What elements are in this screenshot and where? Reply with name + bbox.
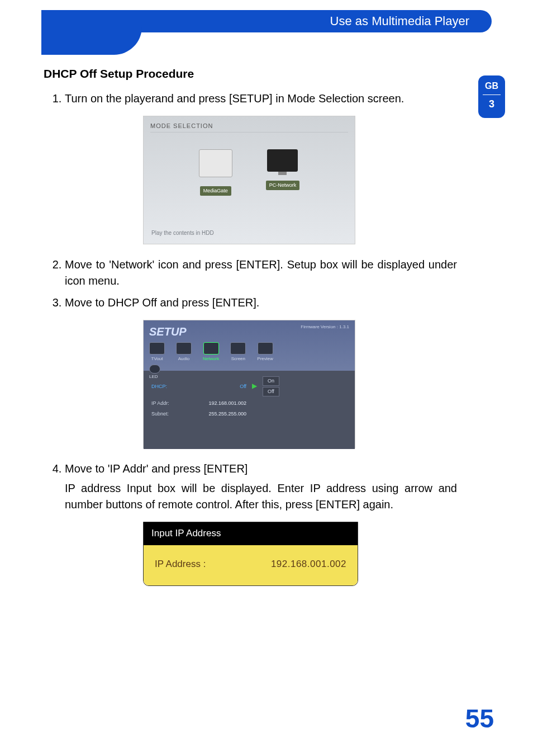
step-1: Turn on the playerand and press [SETUP] …: [65, 91, 457, 244]
figure-mode-selection: MODE SELECTION MediaGate PC-Network Play…: [143, 116, 355, 244]
led-icon: [149, 365, 160, 374]
subnet-value: 255.255.255.000: [185, 410, 246, 418]
ip-label: IP Addr:: [151, 400, 179, 407]
page-header: Use as Multimedia Player: [41, 10, 492, 44]
ip-input-body: IP Address : 192.168.001.002: [144, 545, 358, 586]
step-2-text: Move to 'Network' icon and press [ENTER]…: [65, 258, 457, 287]
steps-list: Turn on the playerand and press [SETUP] …: [44, 91, 457, 586]
dhcp-label: DHCP:: [151, 383, 179, 390]
step-4-text: Move to 'IP Addr' and press [ENTER]: [65, 462, 248, 475]
tab-preview: Preview: [257, 342, 273, 362]
header-title: Use as Multimedia Player: [330, 14, 469, 29]
header-corner-block: [41, 10, 142, 55]
preview-icon: [258, 342, 273, 355]
setup-body: DHCP: Off ▶ On Off IP Addr: 192.168.001.…: [144, 371, 355, 449]
step-4-extra: IP address Input box will be displayed. …: [65, 480, 457, 513]
tab-network: Network: [203, 342, 219, 362]
figure-setup: SETUP Firmware Version : 1.3.1 TVout Aud…: [143, 320, 355, 448]
setup-top-panel: SETUP Firmware Version : 1.3.1 TVout Aud…: [144, 320, 355, 371]
row-ipaddr: IP Addr: 192.168.001.002: [151, 400, 347, 407]
setup-tabs: TVout Audio Network Screen Preview: [149, 342, 349, 362]
step-3-text: Move to DHCP Off and press [ENTER].: [65, 296, 259, 309]
audio-icon: [176, 342, 192, 355]
screen-icon: [230, 342, 246, 355]
tab-screen: Screen: [230, 342, 246, 362]
tvout-icon: [149, 342, 165, 355]
step-2: Move to 'Network' icon and press [ENTER]…: [65, 257, 457, 289]
content-area: DHCP Off Setup Procedure Turn on the pla…: [44, 67, 457, 598]
pc-network-icon: PC-Network: [266, 149, 300, 197]
mode-selection-icons: MediaGate PC-Network: [150, 149, 348, 197]
ip-input-value: 192.168.001.002: [271, 557, 346, 571]
mediagate-icon: MediaGate: [199, 149, 232, 197]
mode-selection-footer: Play the contents in HDD: [151, 229, 214, 238]
page-number: 55: [465, 703, 494, 734]
side-tab-lang: GB: [478, 81, 505, 91]
dhcp-value: Off: [185, 383, 246, 390]
section-title: DHCP Off Setup Procedure: [44, 67, 457, 81]
mediagate-label: MediaGate: [200, 186, 231, 196]
network-icon: [203, 342, 219, 355]
step-4: Move to 'IP Addr' and press [ENTER] IP a…: [65, 461, 457, 586]
led-row: LED: [149, 365, 349, 380]
ip-input-header: Input IP Address: [144, 522, 358, 545]
firmware-version: Firmware Version : 1.3.1: [301, 324, 349, 330]
led-label: LED: [149, 374, 349, 380]
option-off: Off: [263, 387, 279, 396]
pc-network-label: PC-Network: [266, 181, 300, 190]
row-subnet: Subnet: 255.255.255.000: [151, 410, 347, 418]
device-icon: [199, 149, 232, 177]
tab-audio: Audio: [176, 342, 192, 362]
monitor-icon: [267, 149, 298, 172]
side-tab: GB 3: [478, 75, 505, 118]
mode-selection-title: MODE SELECTION: [150, 122, 348, 133]
subnet-label: Subnet:: [151, 410, 179, 418]
step-3: Move to DHCP Off and press [ENTER]. SETU…: [65, 295, 457, 448]
side-tab-divider: [483, 94, 501, 95]
ip-value: 192.168.001.002: [185, 400, 246, 407]
tab-tvout: TVout: [149, 342, 165, 362]
play-arrow-icon: ▶: [252, 381, 257, 391]
side-tab-chapter: 3: [478, 98, 505, 110]
figure-ip-input: Input IP Address IP Address : 192.168.00…: [143, 522, 358, 586]
step-1-text: Turn on the playerand and press [SETUP] …: [65, 92, 404, 105]
ip-input-label: IP Address :: [155, 557, 206, 571]
